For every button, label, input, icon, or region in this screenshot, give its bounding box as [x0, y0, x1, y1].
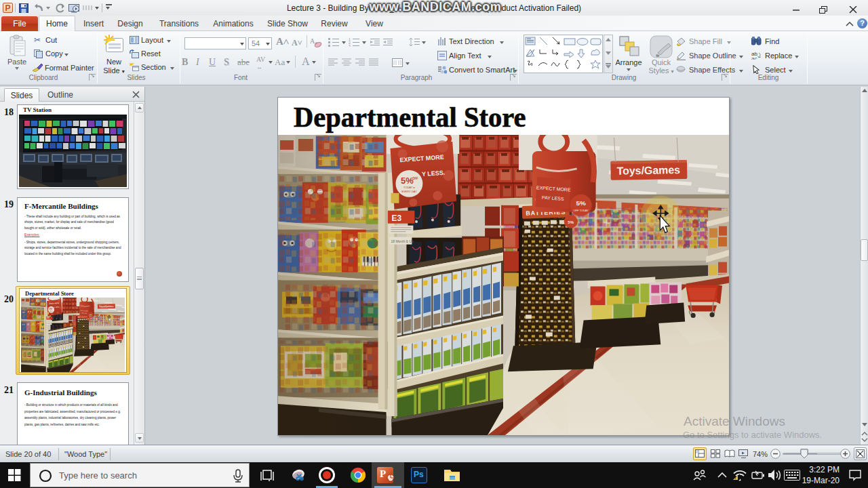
svg-text:!: ! — [734, 475, 736, 480]
svg-text:ac: ac — [751, 56, 757, 60]
svg-text:3: 3 — [349, 44, 351, 47]
